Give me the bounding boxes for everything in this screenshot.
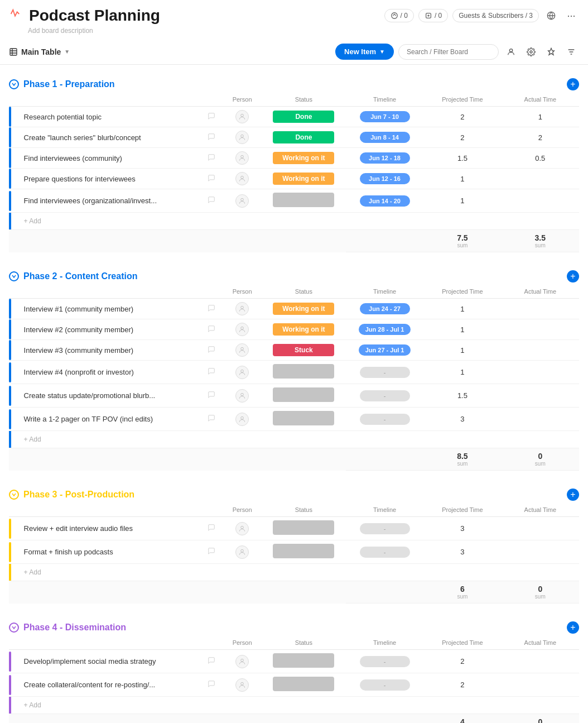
comment-icon[interactable] xyxy=(208,415,215,424)
pin-icon[interactable] xyxy=(543,44,559,60)
new-item-button[interactable]: New Item ▼ xyxy=(335,44,394,60)
person-avatar[interactable] xyxy=(235,323,249,336)
task-name: Create status update/promotional blurb..… xyxy=(20,384,201,408)
table-selector[interactable]: Main Table ▼ xyxy=(9,47,70,56)
status-badge[interactable] xyxy=(273,677,334,691)
status-badge[interactable] xyxy=(273,411,334,425)
table-row: Create collateral/content for re-posting… xyxy=(9,673,579,697)
person-avatar[interactable] xyxy=(235,522,249,535)
person-avatar[interactable] xyxy=(235,413,249,426)
actual-cell xyxy=(502,169,579,189)
add-row[interactable]: + Add xyxy=(9,213,579,230)
add-phase-button-phase2[interactable]: + xyxy=(567,270,579,283)
col-actual-header: Actual Time xyxy=(502,636,579,650)
col-timeline-header: Timeline xyxy=(346,503,423,517)
phase-section-phase1: Phase 1 - Preparation + Person Status Ti… xyxy=(9,74,579,252)
status-badge[interactable]: Working on it xyxy=(273,323,334,336)
phase-toggle-phase1[interactable] xyxy=(9,79,19,89)
person-avatar[interactable] xyxy=(235,389,249,403)
status-badge[interactable]: Working on it xyxy=(273,303,334,315)
row-border xyxy=(9,519,11,539)
comment-icon[interactable] xyxy=(208,113,215,122)
filter-icon[interactable] xyxy=(563,44,579,60)
add-row-border xyxy=(9,431,11,448)
user-icon[interactable] xyxy=(503,44,519,60)
add-label[interactable]: + Add xyxy=(20,213,579,230)
person-avatar[interactable] xyxy=(235,366,249,379)
guests-pill[interactable]: Guests & Subscribers / 3 xyxy=(452,9,539,22)
status-cell xyxy=(262,408,346,431)
board-description[interactable]: Add board description xyxy=(0,27,588,39)
globe-icon[interactable] xyxy=(543,8,559,23)
more-options-button[interactable]: ··· xyxy=(563,8,579,23)
person-avatar[interactable] xyxy=(235,131,249,144)
person-avatar[interactable] xyxy=(235,655,249,668)
add-label[interactable]: + Add xyxy=(20,431,579,448)
add-row[interactable]: + Add xyxy=(9,431,579,448)
add-label[interactable]: + Add xyxy=(20,564,579,581)
person-avatar[interactable] xyxy=(235,172,249,185)
person-avatar[interactable] xyxy=(235,545,249,559)
row-border xyxy=(9,362,11,382)
actual-cell xyxy=(502,340,579,361)
new-item-dropdown[interactable]: ▼ xyxy=(379,49,385,55)
status-badge[interactable]: Done xyxy=(273,111,334,123)
comment-cell xyxy=(201,127,223,148)
person-cell xyxy=(223,650,262,673)
status-badge[interactable]: Stuck xyxy=(273,344,334,356)
timeline-cell: Jun 28 - Jul 1 xyxy=(346,319,423,340)
comment-icon[interactable] xyxy=(208,305,215,314)
phase-toggle-phase3[interactable] xyxy=(9,490,19,500)
comment-icon[interactable] xyxy=(208,391,215,400)
comment-icon[interactable] xyxy=(208,548,215,557)
status-badge[interactable] xyxy=(273,520,334,535)
timeline-badge: Jun 7 - 10 xyxy=(360,111,410,122)
status-cell xyxy=(262,650,346,673)
status-badge[interactable] xyxy=(273,544,334,558)
status-badge[interactable]: Working on it xyxy=(273,173,334,185)
add-row[interactable]: + Add xyxy=(9,697,579,714)
status-badge[interactable] xyxy=(273,364,334,379)
phase-toggle-phase4[interactable] xyxy=(9,623,19,633)
counter2-pill[interactable]: / 0 xyxy=(418,9,448,22)
add-phase-button-phase1[interactable]: + xyxy=(567,78,579,90)
person-avatar[interactable] xyxy=(235,678,249,692)
status-badge[interactable]: Done xyxy=(273,131,334,143)
comment-icon[interactable] xyxy=(208,368,215,377)
status-badge[interactable] xyxy=(273,387,334,402)
settings-icon[interactable] xyxy=(523,44,539,60)
person-avatar[interactable] xyxy=(235,110,249,123)
status-badge[interactable] xyxy=(273,653,334,668)
comment-icon[interactable] xyxy=(208,325,215,334)
projected-cell: 2 xyxy=(423,650,501,673)
row-border xyxy=(9,319,11,339)
status-badge[interactable]: Working on it xyxy=(273,152,334,164)
person-cell xyxy=(223,384,262,408)
comment-icon[interactable] xyxy=(208,133,215,142)
add-label[interactable]: + Add xyxy=(20,697,579,714)
comment-icon[interactable] xyxy=(208,175,215,184)
row-border xyxy=(9,191,11,211)
add-phase-button-phase4[interactable]: + xyxy=(567,621,579,634)
search-input[interactable] xyxy=(398,44,499,60)
phase-toggle-phase2[interactable] xyxy=(9,271,19,281)
comment-icon[interactable] xyxy=(208,197,215,205)
counter1-pill[interactable]: / 0 xyxy=(384,9,414,22)
status-badge[interactable] xyxy=(273,193,334,207)
person-avatar[interactable] xyxy=(235,302,249,315)
projected-cell: 1 xyxy=(423,299,501,319)
task-name: Find interviewees (community) xyxy=(20,148,201,169)
comment-icon[interactable] xyxy=(208,524,215,533)
person-avatar[interactable] xyxy=(235,194,249,208)
comment-icon[interactable] xyxy=(208,154,215,163)
person-avatar[interactable] xyxy=(235,151,249,165)
comment-icon[interactable] xyxy=(208,681,215,690)
add-phase-button-phase3[interactable]: + xyxy=(567,489,579,501)
comment-icon[interactable] xyxy=(208,657,215,666)
task-name: Create collateral/content for re-posting… xyxy=(20,673,201,697)
svg-point-6 xyxy=(241,114,244,117)
actual-cell xyxy=(502,540,579,564)
add-row[interactable]: + Add xyxy=(9,564,579,581)
comment-icon[interactable] xyxy=(208,346,215,355)
person-avatar[interactable] xyxy=(235,343,249,357)
